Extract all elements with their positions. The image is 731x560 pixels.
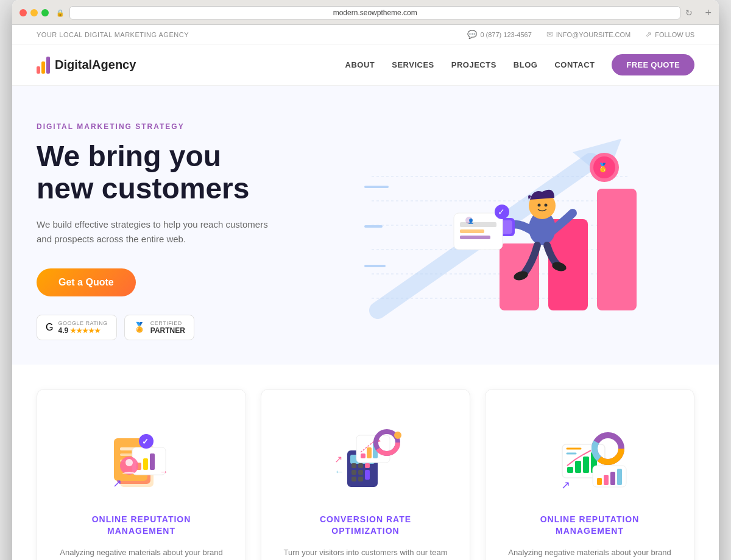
lock-icon: 🔒 xyxy=(56,9,65,17)
svg-rect-72 xyxy=(583,457,589,473)
svg-text:🥇: 🥇 xyxy=(598,163,609,173)
certified-badge: 🏅 Certified PARTNER xyxy=(124,315,194,340)
top-bar: YOUR LOCAL DIGITAL MARKETING AGENCY 💬 0 … xyxy=(12,25,719,44)
browser-chrome: 🔒 modern.seowptheme.com ↻ + xyxy=(12,0,719,25)
logo-bar-orange xyxy=(41,61,45,74)
svg-rect-81 xyxy=(617,469,622,485)
svg-rect-61 xyxy=(367,447,372,458)
close-button[interactable] xyxy=(19,9,27,16)
badges-row: G Google Rating 4.9 ★★★★★ 🏅 Certified PA… xyxy=(37,315,268,340)
service-card-2: ← ↗ CONVERSION RATEOPTIMIZATION Turn you… xyxy=(261,389,470,560)
nav-blog[interactable]: BLOG xyxy=(514,60,538,69)
svg-point-44 xyxy=(125,459,133,466)
service-icon-svg-3: ↗ xyxy=(550,417,629,496)
url-bar[interactable]: modern.seowptheme.com xyxy=(69,6,680,19)
nav-contact[interactable]: CONTACT xyxy=(554,60,595,69)
google-rating-badge: G Google Rating 4.9 ★★★★★ xyxy=(37,315,117,340)
social-item[interactable]: ⇗ FOLLOW US xyxy=(645,30,694,39)
svg-rect-20 xyxy=(460,222,496,227)
share-icon: ⇗ xyxy=(645,30,652,39)
svg-text:↗: ↗ xyxy=(113,477,122,489)
browser-window: 🔒 modern.seowptheme.com ↻ + YOUR LOCAL D… xyxy=(12,0,719,560)
email-item: ✉ INFO@YOURSITE.COM xyxy=(546,30,630,39)
google-badge-label: Google Rating xyxy=(58,320,107,326)
hero-description: We build effective strategies to help yo… xyxy=(37,217,268,247)
email-address: INFO@YOURSITE.COM xyxy=(556,31,630,38)
nav-services[interactable]: SERVICES xyxy=(392,60,434,69)
svg-rect-53 xyxy=(365,463,370,468)
svg-point-14 xyxy=(545,203,548,206)
certified-icon: 🏅 xyxy=(133,321,146,333)
svg-text:→: → xyxy=(160,467,168,477)
logo-text: DigitalAgency xyxy=(55,58,136,72)
nav-projects[interactable]: PROJECTS xyxy=(451,60,496,69)
svg-rect-78 xyxy=(597,478,602,485)
svg-rect-79 xyxy=(604,475,609,485)
svg-text:✓: ✓ xyxy=(142,437,149,446)
agency-label: YOUR LOCAL DIGITAL MARKETING AGENCY xyxy=(37,31,189,38)
service-icon-svg-2: ← ↗ xyxy=(326,417,405,496)
header: DigitalAgency ABOUT SERVICES PROJECTS BL… xyxy=(12,44,719,86)
svg-rect-54 xyxy=(351,470,356,475)
svg-rect-52 xyxy=(358,463,363,468)
hero-illustration: 👤 ✓ 🥇 xyxy=(268,128,694,335)
svg-rect-31 xyxy=(364,225,383,228)
logo-bar-purple xyxy=(46,57,50,74)
svg-rect-22 xyxy=(460,236,490,239)
svg-rect-58 xyxy=(358,477,363,481)
service-desc-2: Turn your visitors into customers with o… xyxy=(281,546,450,560)
hero-title: We bring you new customers xyxy=(37,141,268,205)
svg-rect-70 xyxy=(567,467,573,473)
new-tab-icon[interactable]: + xyxy=(705,7,712,19)
minimize-button[interactable] xyxy=(30,9,38,16)
svg-text:←: ← xyxy=(334,466,344,477)
phone-icon: 💬 xyxy=(467,30,477,39)
svg-rect-56 xyxy=(365,470,370,480)
svg-rect-51 xyxy=(351,463,356,468)
svg-rect-10 xyxy=(597,189,637,310)
certified-badge-value: PARTNER xyxy=(150,326,185,335)
svg-text:↗: ↗ xyxy=(334,454,342,464)
google-icon: G xyxy=(46,322,53,333)
service-icon-area-3: ↗ xyxy=(505,414,674,499)
hero-tag: DIGITAL MARKETING STRATEGY xyxy=(37,122,268,131)
service-card-1: ✓ ↗ → ONLINE REPUTATIONMANAGEMENT Analyz… xyxy=(37,389,246,560)
logo-bar-red xyxy=(37,66,40,74)
service-title-2: CONVERSION RATEOPTIMIZATION xyxy=(281,514,450,537)
service-icon-area-1: ✓ ↗ → xyxy=(57,414,226,499)
svg-text:✓: ✓ xyxy=(498,207,505,217)
top-bar-right: 💬 0 (877) 123-4567 ✉ INFO@YOURSITE.COM ⇗… xyxy=(467,30,694,39)
svg-rect-60 xyxy=(361,453,366,458)
svg-point-13 xyxy=(538,203,541,206)
svg-rect-80 xyxy=(610,472,615,485)
phone-item: 💬 0 (877) 123-4567 xyxy=(467,30,531,39)
nav-about[interactable]: ABOUT xyxy=(345,60,375,69)
services-grid: ✓ ↗ → ONLINE REPUTATIONMANAGEMENT Analyz… xyxy=(37,389,694,560)
certified-badge-label: Certified xyxy=(150,320,185,326)
svg-rect-21 xyxy=(460,229,484,233)
service-icon-area-2: ← ↗ xyxy=(281,414,450,499)
logo[interactable]: DigitalAgency xyxy=(37,57,136,74)
refresh-icon[interactable]: ↻ xyxy=(685,8,693,18)
svg-point-66 xyxy=(394,432,401,439)
phone-number: 0 (877) 123-4567 xyxy=(480,31,531,38)
svg-text:👤: 👤 xyxy=(468,218,474,224)
get-quote-button[interactable]: Get a Quote xyxy=(37,268,136,296)
svg-rect-41 xyxy=(143,458,148,470)
free-quote-button[interactable]: FREE QUOTE xyxy=(612,54,694,75)
svg-rect-30 xyxy=(364,186,389,188)
service-icon-svg-1: ✓ ↗ → xyxy=(102,417,181,496)
service-desc-3: Analyzing negative materials about your … xyxy=(505,546,674,560)
svg-rect-57 xyxy=(351,477,356,481)
email-icon: ✉ xyxy=(546,30,553,39)
hero-section: DIGITAL MARKETING STRATEGY We bring you … xyxy=(12,86,719,365)
svg-rect-71 xyxy=(575,461,581,473)
maximize-button[interactable] xyxy=(41,9,49,16)
hero-content: DIGITAL MARKETING STRATEGY We bring you … xyxy=(37,122,268,340)
logo-icon xyxy=(37,57,50,74)
svg-rect-42 xyxy=(150,453,155,470)
svg-rect-55 xyxy=(358,470,363,475)
service-title-1: ONLINE REPUTATIONMANAGEMENT xyxy=(57,514,226,537)
svg-rect-32 xyxy=(364,265,386,267)
browser-toolbar: 🔒 modern.seowptheme.com ↻ xyxy=(56,6,693,19)
